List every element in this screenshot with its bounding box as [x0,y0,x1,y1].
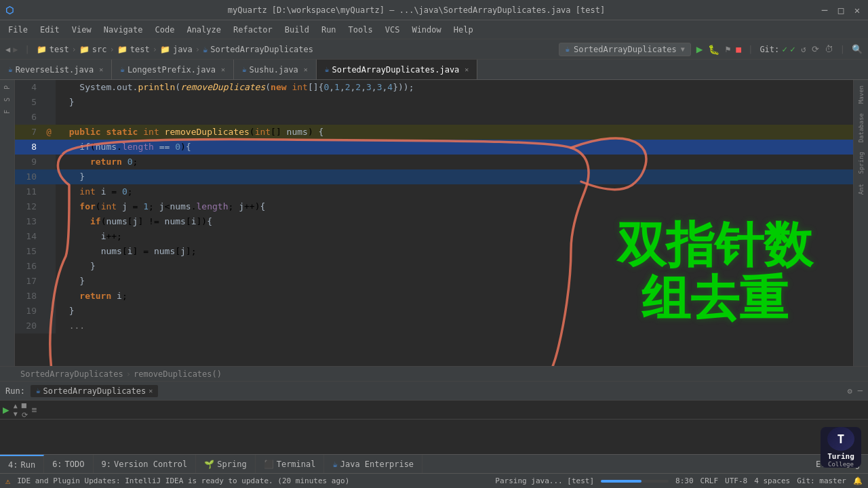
spring-tab-icon: 🌱 [204,460,214,469]
run-tab-icon: ☕ [36,386,41,395]
status-message[interactable]: IDE and Plugin Updates: IntelliJ IDEA is… [17,476,488,485]
app-icon: ⬡ [5,5,14,16]
history-button[interactable]: ⏱ [825,44,833,54]
run-tab-num: 4: [8,460,18,470]
nav-item-file[interactable]: ☕ [203,45,208,54]
tab-label-sushu: Sushu.java [250,65,298,75]
run-tab-label[interactable]: SortedArrayDuplicates [43,386,146,396]
nav-label-file[interactable]: SortedArrayDuplicates [210,45,313,54]
debug-button[interactable]: 🐛 [708,44,719,55]
bottom-tab-vcs[interactable]: 9: Version Control [94,455,197,473]
tab-close-reverselist[interactable]: ✕ [99,66,103,73]
status-git[interactable]: Git: master [797,476,846,485]
close-button[interactable]: ✕ [852,5,863,16]
menu-analyze[interactable]: Analyze [181,24,226,36]
title-bar-left: ⬡ [5,5,14,16]
menu-tools[interactable]: Tools [343,24,378,36]
status-progress [601,480,669,483]
run-config-label[interactable]: SortedArrayDuplicates [574,45,677,54]
git-check[interactable]: ✓ [782,44,787,54]
run-scroll-down[interactable]: ▼ [14,410,18,418]
nav-item-src[interactable]: 📁 [79,45,90,54]
nav-sep1: | [24,45,29,54]
run-play-btn[interactable]: ▶ [3,403,9,416]
menu-vcs[interactable]: VCS [380,24,406,36]
run-panel: Run: ☕ SortedArrayDuplicates ✕ ⚙ ─ ▶ ▲ ▼… [0,381,868,454]
breadcrumb-class[interactable]: SortedArrayDuplicates [20,369,123,379]
tab-close-sorted[interactable]: ✕ [465,66,469,73]
tab-longestprefix[interactable]: ☕ LongestPrefix.java ✕ [112,60,234,79]
menu-view[interactable]: View [66,24,97,36]
menu-navigate[interactable]: Navigate [98,24,149,36]
git-check2[interactable]: ✓ [790,44,795,54]
bottom-tab-run[interactable]: 4: Run [0,455,44,473]
nav-item-java[interactable]: 📁 [160,45,170,54]
run-list-btn[interactable]: ≡ [32,405,37,415]
database-icon[interactable]: Database [858,113,865,142]
menu-build[interactable]: Build [279,24,315,36]
bottom-tab-todo[interactable]: 6: TODO [44,455,93,473]
favorites-icon[interactable]: F [3,110,11,114]
git-undo[interactable]: ↺ [801,44,806,54]
structure-icon[interactable]: S [3,98,11,102]
run-button[interactable]: ▶ [696,43,703,56]
tab-close-longestprefix[interactable]: ✕ [221,66,225,73]
run-config-dropdown[interactable]: ▼ [681,45,685,53]
tab-close-sushu[interactable]: ✕ [304,66,308,73]
spring-icon[interactable]: Spring [858,152,865,174]
run-minimize-icon[interactable]: ─ [858,386,863,396]
coverage-button[interactable]: ⚑ [725,44,730,54]
tab-reverselist[interactable]: ☕ ReverseList.java ✕ [0,60,112,79]
menu-window[interactable]: Window [406,24,446,36]
breadcrumb-method[interactable]: removeDuplicates() [134,369,222,379]
status-indent[interactable]: 4 spaces [754,476,790,485]
breadcrumb-sep: › [126,369,131,379]
terminal-label: Terminal [277,460,316,469]
status-line-col[interactable]: 8:30 [675,476,694,485]
run-stop-btn[interactable]: ■ [22,401,28,410]
menu-refactor[interactable]: Refactor [228,24,278,36]
vcs-label: Version Control [114,460,187,469]
code-line-17: 17 } [15,274,853,289]
run-settings-icon[interactable]: ⚙ [848,386,852,396]
git-push[interactable]: ⟳ [812,44,819,54]
tab-sushu[interactable]: ☕ Sushu.java ✕ [234,60,317,79]
project-icon[interactable]: P [3,85,11,89]
menu-code[interactable]: Code [150,24,180,36]
menu-edit[interactable]: Edit [35,24,65,36]
ant-icon[interactable]: Ant [858,184,865,195]
minimize-button[interactable]: ─ [819,5,830,16]
search-button[interactable]: 🔍 [852,44,863,54]
code-line-13: 13 if(nums[j] != nums[i]){ [15,214,853,229]
menu-file[interactable]: File [3,24,33,36]
nav-label-java[interactable]: java [173,45,193,54]
nav-forward[interactable]: ▶ [13,45,18,54]
run-label: Run: [5,386,25,396]
status-notifications[interactable]: 🔔 [853,476,863,485]
nav-label-src[interactable]: src [92,45,107,54]
nav-label-test2[interactable]: test [130,45,150,54]
tab-icon-sorted: ☕ [325,65,330,74]
maven-icon[interactable]: Maven [858,85,865,104]
maximize-button[interactable]: □ [835,5,846,16]
status-parsing: Parsing java... [test] [495,476,594,485]
bottom-tab-java-enterprise[interactable]: ☕ Java Enterprise [324,455,422,473]
nav-back[interactable]: ◀ [5,45,10,54]
tab-label-sorted: SortedArrayDuplicates.java [332,65,459,75]
run-rerun-btn[interactable]: ⟳ [22,411,28,420]
run-scroll-up[interactable]: ▲ [14,402,18,409]
tab-sortedarrayduplicates[interactable]: ☕ SortedArrayDuplicates.java ✕ [317,60,478,79]
run-tab-close[interactable]: ✕ [149,387,153,394]
spring-tab-label: Spring [217,460,246,469]
menu-help[interactable]: Help [448,24,479,36]
code-line-10: 10 } [15,169,853,184]
nav-item-test2[interactable]: 📁 [117,45,127,54]
status-encoding[interactable]: UTF-8 [725,476,747,485]
stop-button[interactable]: ■ [736,44,741,54]
nav-item-test1[interactable]: 📁 [37,45,47,54]
bottom-tab-terminal[interactable]: ⬛ Terminal [256,455,325,473]
status-crlf[interactable]: CRLF [701,476,719,485]
menu-run[interactable]: Run [316,24,342,36]
bottom-tab-spring[interactable]: 🌱 Spring [196,455,255,473]
nav-label-test1[interactable]: test [50,45,69,54]
